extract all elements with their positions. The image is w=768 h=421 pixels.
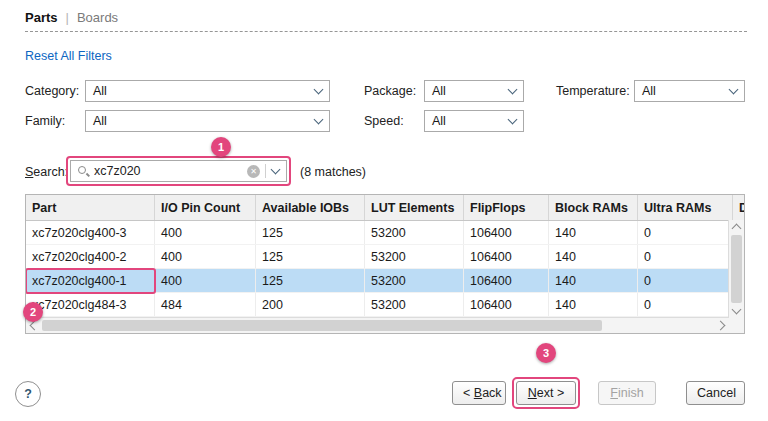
value-cell: 0 (638, 221, 733, 245)
combo-divider (265, 164, 266, 178)
parts-table: PartI/O Pin CountAvailable IOBsLUT Eleme… (25, 194, 745, 334)
speed-label: Speed: (364, 114, 404, 128)
search-label: Search: (25, 165, 68, 179)
value-cell: 0 (638, 293, 733, 317)
temperature-select[interactable]: All (634, 80, 745, 102)
horizontal-scrollbar[interactable] (26, 317, 729, 333)
scroll-down-icon[interactable] (732, 305, 742, 315)
finish-button: Finish (598, 381, 656, 405)
family-value: All (93, 114, 107, 128)
category-label: Category: (25, 84, 79, 98)
value-cell: 125 (256, 221, 365, 245)
search-value: xc7z020 (94, 164, 247, 178)
column-header[interactable]: I/O Pin Count (155, 195, 256, 221)
tab-bar: Parts | Boards (25, 10, 118, 25)
chevron-down-icon[interactable] (271, 165, 281, 175)
match-count: (8 matches) (300, 165, 366, 179)
chevron-down-icon (729, 85, 739, 95)
chevron-down-icon (314, 85, 324, 95)
reset-all-filters-link[interactable]: Reset All Filters (25, 49, 112, 63)
package-select[interactable]: All (424, 80, 524, 102)
column-header[interactable]: Block RAMs (549, 195, 638, 221)
package-value: All (432, 84, 446, 98)
value-cell: 53200 (365, 245, 464, 269)
value-cell: 106400 (464, 221, 549, 245)
value-cell: 53200 (365, 221, 464, 245)
value-cell: 400 (155, 245, 256, 269)
part-cell: xc7z020clg400-3 (26, 221, 155, 245)
category-select[interactable]: All (85, 80, 330, 102)
part-cell: xc7z020clg400-2 (26, 245, 155, 269)
value-cell: 0 (638, 245, 733, 269)
clear-search-icon[interactable] (247, 165, 260, 178)
chevron-down-icon (508, 115, 518, 125)
dashed-divider (25, 31, 747, 32)
value-cell: 53200 (365, 293, 464, 317)
back-button[interactable]: < Back (452, 381, 506, 405)
search-input[interactable]: xc7z020 (70, 160, 287, 182)
column-header[interactable]: Part (26, 195, 155, 221)
cancel-button[interactable]: Cancel (686, 381, 745, 405)
chevron-down-icon (508, 85, 518, 95)
temperature-label: Temperature: (556, 84, 630, 98)
scrollbar-corner (729, 318, 744, 333)
value-cell: 140 (549, 269, 638, 293)
scroll-up-icon[interactable] (732, 224, 742, 234)
vertical-scroll-thumb[interactable] (731, 235, 742, 303)
step-badge-3: 3 (536, 343, 556, 363)
scroll-left-icon[interactable] (30, 321, 40, 331)
value-cell: 140 (549, 293, 638, 317)
value-cell: 400 (155, 269, 256, 293)
step-badge-1: 1 (211, 137, 231, 157)
value-cell: 125 (256, 269, 365, 293)
chevron-down-icon (314, 115, 324, 125)
column-header[interactable]: LUT Elements (365, 195, 464, 221)
part-cell: xc7z020clg400-1 (26, 269, 155, 293)
table-row[interactable]: xc7z020clg400-34001255320010640014002200 (26, 221, 745, 245)
table-row[interactable]: xc7z020clg400-14001255320010640014002200 (26, 269, 745, 293)
table-row[interactable]: xc7z020clg400-24001255320010640014002200 (26, 245, 745, 269)
column-header[interactable]: Ultra RAMs (638, 195, 733, 221)
value-cell: 53200 (365, 269, 464, 293)
annotation-box-search: xc7z020 (66, 156, 291, 186)
temperature-value: All (642, 84, 656, 98)
part-cell: xc7z020clg484-3 (26, 293, 155, 317)
value-cell: 140 (549, 221, 638, 245)
vertical-scrollbar[interactable] (728, 220, 744, 318)
value-cell: 140 (549, 245, 638, 269)
column-header[interactable]: FlipFlops (464, 195, 549, 221)
value-cell: 106400 (464, 245, 549, 269)
category-value: All (93, 84, 107, 98)
annotation-box-next: Next > (512, 377, 580, 409)
speed-value: All (432, 114, 446, 128)
family-select[interactable]: All (85, 110, 330, 132)
part-selection-dialog: Parts | Boards Reset All Filters Categor… (0, 0, 768, 421)
tab-boards[interactable]: Boards (77, 10, 118, 25)
tab-separator: | (66, 10, 69, 25)
table-body: xc7z020clg400-34001255320010640014002200… (26, 221, 745, 317)
table-row[interactable]: xc7z020clg484-34842005320010640014002200 (26, 293, 745, 317)
help-button[interactable]: ? (15, 381, 41, 407)
value-cell: 106400 (464, 269, 549, 293)
speed-select[interactable]: All (424, 110, 524, 132)
table-header-row: PartI/O Pin CountAvailable IOBsLUT Eleme… (26, 195, 745, 221)
column-header[interactable]: DSPs (733, 195, 746, 221)
search-icon (77, 165, 90, 178)
value-cell: 0 (638, 269, 733, 293)
next-button[interactable]: Next > (516, 381, 576, 405)
scroll-right-icon[interactable] (716, 321, 726, 331)
value-cell: 484 (155, 293, 256, 317)
value-cell: 400 (155, 221, 256, 245)
tab-parts[interactable]: Parts (25, 10, 58, 25)
column-header[interactable]: Available IOBs (256, 195, 365, 221)
value-cell: 106400 (464, 293, 549, 317)
package-label: Package: (364, 84, 416, 98)
value-cell: 200 (256, 293, 365, 317)
horizontal-scroll-thumb[interactable] (42, 320, 602, 331)
family-label: Family: (25, 114, 65, 128)
step-badge-2: 2 (23, 302, 43, 322)
value-cell: 125 (256, 245, 365, 269)
